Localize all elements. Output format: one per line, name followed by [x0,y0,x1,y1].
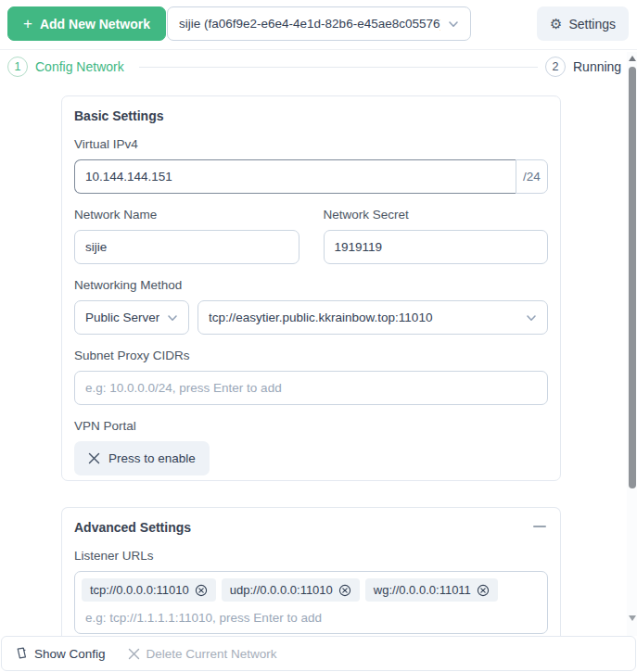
delete-network-label: Delete Current Network [147,647,277,661]
network-secret-input[interactable] [324,230,549,264]
step-2-circle[interactable]: 2 [545,57,566,77]
settings-button[interactable]: ⚙ Settings [537,6,629,41]
settings-label: Settings [568,17,616,32]
show-config-label: Show Config [34,647,106,661]
network-name-label: Network Name [74,208,299,222]
close-icon [128,648,140,660]
scroll-up-arrow-icon[interactable] [629,56,636,61]
virtual-ipv4-label: Virtual IPv4 [74,137,548,151]
network-secret-label: Network Secret [324,208,549,222]
add-new-network-label: Add New Network [40,17,150,32]
step-1-circle[interactable]: 1 [7,57,28,77]
listener-chip-label: udp://0.0.0.0:11010 [230,583,333,597]
step-1-label[interactable]: Config Network [35,59,124,74]
public-server-value: tcp://easytier.public.kkrainbow.top:1101… [209,311,518,324]
listener-chip: udp://0.0.0.0:11010 [222,578,360,602]
subnet-proxy-label: Subnet Proxy CIDRs [74,349,548,362]
networking-method-select[interactable]: Public Server [74,300,189,335]
advanced-settings-card: Advanced Settings Listener URLs tcp://0.… [61,507,561,646]
delete-current-network-button[interactable]: Delete Current Network [128,647,277,661]
listener-chip: wg://0.0.0.0:11011 [365,578,498,602]
remove-chip-icon[interactable] [195,584,208,597]
vpn-portal-label: VPN Portal [74,419,548,433]
scroll-down-arrow-icon[interactable] [629,615,636,621]
vpn-portal-button-label: Press to enable [108,451,196,465]
add-new-network-button[interactable]: + Add New Network [7,6,166,41]
virtual-ipv4-suffix: /24 [516,159,548,194]
gear-icon: ⚙ [550,17,562,31]
subnet-proxy-input[interactable] [74,371,548,405]
footer-toolbar: Show Config Delete Current Network [1,636,636,671]
listener-urls-placeholder: e.g: tcp://1.1.1.1:11010, press Enter to… [82,602,541,633]
listener-urls-label: Listener URLs [74,549,548,563]
show-config-icon [14,647,28,661]
top-toolbar: + Add New Network sijie (fa06f9e2-e6e4-4… [0,0,637,50]
steps-indicator: 1 Config Network 2 Running [0,56,627,80]
chevron-down-icon [526,312,537,323]
listener-chip-label: tcp://0.0.0.0:11010 [90,583,189,597]
close-icon [88,452,100,464]
chevron-down-icon [448,19,459,30]
chevron-down-icon [167,312,178,323]
network-name-input[interactable] [74,230,299,264]
public-server-select[interactable]: tcp://easytier.public.kkrainbow.top:1101… [197,300,548,335]
basic-settings-title: Basic Settings [74,107,548,123]
steps-divider [139,67,538,68]
listener-chip-label: wg://0.0.0.0:11011 [374,583,471,597]
vpn-portal-enable-button[interactable]: Press to enable [74,441,210,475]
vertical-scrollbar[interactable] [627,52,637,636]
network-select[interactable]: sijie (fa06f9e2-e6e4-4e1d-82b6-e45ae8c05… [167,6,471,41]
virtual-ipv4-input[interactable] [74,159,516,194]
networking-method-value: Public Server [85,311,159,324]
plus-icon: + [23,16,32,32]
scrollbar-thumb[interactable] [629,67,636,488]
listener-urls-input-box[interactable]: tcp://0.0.0.0:11010 udp://0.0.0.0:11010 [74,571,548,634]
remove-chip-icon[interactable] [338,584,351,597]
networking-method-label: Networking Method [74,278,548,292]
show-config-button[interactable]: Show Config [14,647,106,661]
virtual-ipv4-group: /24 [74,159,548,194]
remove-chip-icon[interactable] [477,584,490,597]
step-2-label[interactable]: Running [573,59,621,74]
collapse-icon[interactable] [533,526,546,528]
listener-chip: tcp://0.0.0.0:11010 [82,578,216,602]
basic-settings-card: Basic Settings Virtual IPv4 /24 Network … [61,95,561,481]
advanced-settings-title: Advanced Settings [74,518,191,535]
network-select-value: sijie (fa06f9e2-e6e4-4e1d-82b6-e45ae8c05… [179,17,440,31]
